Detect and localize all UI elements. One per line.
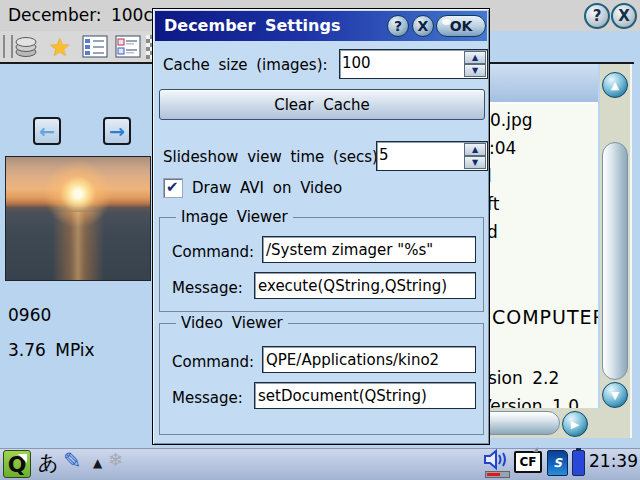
settings-dialog: December Settings ? X OK Cache size (ima… <box>152 8 490 445</box>
scroll-right-button[interactable]: ▶ <box>562 411 588 437</box>
pencil-input-icon[interactable]: ✎ <box>63 450 81 472</box>
info-line: 0.jpg <box>490 110 533 130</box>
photo-thumbnail <box>5 156 151 281</box>
dialog-help-button[interactable]: ? <box>387 15 409 37</box>
spin-up-icon: ▲ <box>472 54 478 62</box>
scroll-up-button[interactable]: ▲ <box>602 72 628 98</box>
slideshow-time-spinbox: ▲ ▼ <box>376 141 488 171</box>
spin-down-icon: ▼ <box>472 67 478 75</box>
detail-list-icon[interactable] <box>114 34 142 60</box>
favorites-star-icon[interactable]: ★ <box>46 34 74 60</box>
arrow-left-icon: ← <box>39 120 55 142</box>
scroll-right-icon: ▶ <box>571 419 579 430</box>
close-icon: X <box>618 7 630 25</box>
info-panel-edge <box>630 64 632 438</box>
qtopia-menu-button[interactable]: Q <box>3 450 31 478</box>
clear-cache-button[interactable]: Clear Cache <box>159 89 485 120</box>
database-icon[interactable] <box>12 34 40 60</box>
info-line: :04 <box>489 138 516 158</box>
slideshow-time-label: Slideshow view time (secs): <box>163 148 383 166</box>
battery-icon[interactable] <box>572 450 585 476</box>
toolbar: ★ <box>0 31 153 64</box>
volume-level-fill <box>487 473 500 476</box>
volume-level-bar <box>485 471 510 478</box>
cf-card-icon[interactable]: CF <box>514 451 542 473</box>
checkmark-icon: ✔ <box>166 178 179 196</box>
video-message-label: Message: <box>172 389 243 407</box>
scroll-up-icon: ▲ <box>611 80 619 91</box>
video-viewer-group-title: Video Viewer <box>176 314 288 332</box>
spin-up-icon: ▲ <box>472 146 478 154</box>
arrow-right-icon: → <box>109 120 125 142</box>
photo-id-label: 0960 <box>8 305 51 325</box>
image-message-input[interactable] <box>254 272 476 299</box>
screen: December: 100ca ? X ★ <box>0 0 640 480</box>
keyboard-raise-icon[interactable]: ▲ <box>93 457 102 469</box>
info-line: sion 2.2 <box>488 368 559 388</box>
cache-size-label: Cache size (images): <box>163 56 328 74</box>
image-message-label: Message: <box>172 279 243 297</box>
clock[interactable]: 21:39 <box>589 453 638 470</box>
dialog-ok-button[interactable]: OK <box>436 15 486 37</box>
snowflake-icon[interactable]: ❄ <box>108 451 123 469</box>
window-title: December: 100ca <box>8 5 163 25</box>
image-viewer-group: Image Viewer Command: Message: <box>159 217 484 312</box>
info-line: COMPUTER <box>492 306 598 328</box>
video-command-label: Command: <box>172 353 254 371</box>
system-help-button[interactable]: ? <box>584 3 610 29</box>
video-command-input[interactable] <box>262 346 476 373</box>
scroll-down-icon: ▼ <box>611 390 619 401</box>
system-close-button[interactable]: X <box>611 3 637 29</box>
slideshow-spin-down-button[interactable]: ▼ <box>464 156 486 169</box>
image-command-input[interactable] <box>262 236 476 263</box>
cache-size-input[interactable] <box>342 52 459 74</box>
sd-card-icon[interactable]: S <box>547 450 568 476</box>
slideshow-spin-up-button[interactable]: ▲ <box>464 143 486 156</box>
help-icon: ? <box>394 18 402 34</box>
list-view-icon[interactable] <box>81 34 109 60</box>
previous-image-button[interactable]: ← <box>33 117 61 145</box>
cache-spin-down-button[interactable]: ▼ <box>464 64 486 77</box>
photo-megapixels-label: 3.76 MPix <box>8 340 95 360</box>
close-icon: X <box>418 18 429 34</box>
vertical-scrollbar-thumb[interactable] <box>602 142 628 380</box>
video-viewer-group: Video Viewer Command: Message: <box>159 323 484 435</box>
cache-size-spinbox: ▲ ▼ <box>339 49 488 79</box>
draw-avi-label: Draw AVI on Video <box>192 179 342 197</box>
spin-down-icon: ▼ <box>472 159 478 167</box>
dialog-close-button[interactable]: X <box>412 15 434 37</box>
slideshow-time-input[interactable] <box>379 144 459 166</box>
scroll-down-button[interactable]: ▼ <box>602 382 628 408</box>
dialog-titlebar[interactable]: December Settings ? X OK <box>155 11 487 41</box>
draw-avi-checkbox[interactable]: ✔ <box>163 178 183 198</box>
help-icon: ? <box>593 7 602 25</box>
image-command-label: Command: <box>172 243 254 261</box>
video-message-input[interactable] <box>254 382 476 409</box>
input-method-indicator[interactable]: あ <box>38 452 58 472</box>
next-image-button[interactable]: → <box>103 117 131 145</box>
dialog-title: December Settings <box>164 16 340 35</box>
cache-spin-up-button[interactable]: ▲ <box>464 51 486 64</box>
info-line: Version 1.0 <box>480 396 579 408</box>
image-viewer-group-title: Image Viewer <box>176 208 293 226</box>
